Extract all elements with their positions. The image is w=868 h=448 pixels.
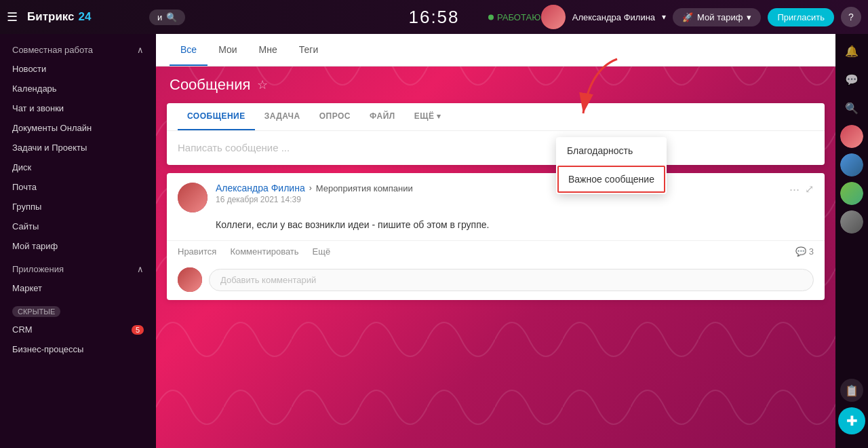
page-title-bar: Сообщения ☆ bbox=[156, 67, 835, 103]
post-more-icon[interactable]: ··· bbox=[789, 183, 800, 197]
composer-card: СООБЩЕНИЕ ЗАДАЧА ОПРОС ФАЙЛ ЕЩЁ ▾ bbox=[167, 103, 825, 165]
sidebar-item-market[interactable]: Маркет bbox=[0, 278, 156, 298]
tabs-bar: Все Мои Мне Теги bbox=[156, 34, 835, 67]
tarif-arrow: ▾ bbox=[747, 12, 751, 22]
sidebar-item-news[interactable]: Новости bbox=[0, 59, 156, 79]
post-group-name[interactable]: Мероприятия компании bbox=[316, 183, 413, 193]
sidebar-item-groups[interactable]: Группы bbox=[0, 197, 156, 217]
comment-placeholder: Добавить комментарий bbox=[220, 275, 316, 285]
right-bar-search[interactable]: 🔍 bbox=[840, 96, 863, 119]
sidebar-item-sites[interactable]: Сайты bbox=[0, 217, 156, 236]
comment-input[interactable]: Добавить комментарий bbox=[209, 269, 814, 291]
composer-placeholder: Написать сообщение ... bbox=[178, 142, 290, 153]
sidebar-label-groups: Группы bbox=[12, 202, 41, 212]
more-dropdown: Благодарность Важное сообщение bbox=[556, 137, 667, 194]
invite-label: Пригласить bbox=[777, 12, 825, 22]
composer-tabs: СООБЩЕНИЕ ЗАДАЧА ОПРОС ФАЙЛ ЕЩЁ ▾ bbox=[167, 103, 825, 131]
post-share-icon[interactable]: ⤢ bbox=[805, 183, 814, 197]
hamburger-icon[interactable]: ☰ bbox=[7, 10, 18, 24]
tab-tome[interactable]: Мне bbox=[248, 35, 288, 66]
search-icon[interactable]: 🔍 bbox=[166, 12, 177, 22]
sidebar-label-news: Новости bbox=[12, 64, 46, 74]
user-name[interactable]: Александра Филина bbox=[572, 12, 655, 22]
post-author-name[interactable]: Александра Филина bbox=[216, 183, 305, 193]
sidebar-item-disk[interactable]: Диск bbox=[0, 157, 156, 177]
sidebar-section-collab[interactable]: Совместная работа ∧ bbox=[0, 41, 156, 59]
tab-mine[interactable]: Мои bbox=[208, 35, 248, 66]
sidebar-item-docs[interactable]: Документы Онлайн bbox=[0, 118, 156, 138]
dropdown-item-thanks[interactable]: Благодарность bbox=[556, 137, 667, 164]
right-bar-avatar-3[interactable] bbox=[840, 182, 863, 205]
sidebar-item-mytarif[interactable]: Мой тариф bbox=[0, 236, 156, 256]
post-header: Александра Филина › Мероприятия компании… bbox=[167, 173, 825, 218]
header-search[interactable]: и 🔍 bbox=[149, 10, 185, 25]
more-label: Ещё bbox=[313, 246, 331, 257]
invite-button[interactable]: Пригласить bbox=[768, 8, 834, 26]
tab-all[interactable]: Все bbox=[170, 35, 208, 66]
post-comments-count: 💬 3 bbox=[795, 246, 814, 257]
sidebar-item-mail[interactable]: Почта bbox=[0, 177, 156, 197]
sidebar-label-chat: Чат и звонки bbox=[12, 103, 64, 113]
post-date: 16 декабря 2021 14:39 bbox=[216, 195, 781, 204]
more-chevron-icon: ▾ bbox=[437, 112, 441, 121]
favorite-star[interactable]: ☆ bbox=[257, 77, 268, 92]
sidebar-item-calendar[interactable]: Календарь bbox=[0, 79, 156, 98]
crm-badge: 5 bbox=[132, 325, 144, 335]
commenter-avatar bbox=[178, 267, 202, 292]
right-bar-bottom: 📋 ✚ bbox=[838, 379, 865, 443]
sidebar-label-biz: Бизнес-процессы bbox=[12, 344, 83, 354]
post-body: Коллеги, если у вас возникли идеи - пиши… bbox=[167, 218, 825, 240]
right-bar-avatar-2[interactable] bbox=[840, 153, 863, 176]
sidebar-hidden-section: СКРЫТЫЕ bbox=[0, 303, 156, 320]
sidebar-section-arrow: ∧ bbox=[137, 45, 144, 55]
composer-tab-file[interactable]: ФАЙЛ bbox=[360, 103, 405, 130]
right-bar-avatar-1[interactable] bbox=[840, 125, 863, 148]
tab-tags-label: Теги bbox=[299, 44, 318, 55]
sidebar-label-docs: Документы Онлайн bbox=[12, 123, 92, 133]
tarif-label: Мой тариф bbox=[697, 12, 743, 22]
post-action-comment[interactable]: Комментировать bbox=[230, 246, 298, 257]
right-bar-notifications[interactable]: 🔔 bbox=[840, 39, 863, 62]
sidebar-label-sites: Сайты bbox=[12, 221, 39, 231]
sidebar-apps-label: Приложения bbox=[12, 264, 64, 274]
user-avatar[interactable] bbox=[541, 5, 566, 29]
right-bar-edit[interactable]: 📋 bbox=[840, 379, 863, 402]
sidebar-label-tasks: Задачи и Проекты bbox=[12, 143, 87, 153]
sidebar-label-mytarif: Мой тариф bbox=[12, 241, 58, 251]
tarif-button[interactable]: 🚀 Мой тариф ▾ bbox=[673, 8, 761, 26]
post-action-more[interactable]: Ещё bbox=[313, 246, 331, 257]
sidebar: Совместная работа ∧ Новости Календарь Ча… bbox=[0, 34, 156, 448]
sidebar-label-market: Маркет bbox=[12, 283, 42, 293]
sidebar-section-apps[interactable]: Приложения ∧ bbox=[0, 260, 156, 278]
composer-tab-more[interactable]: ЕЩЁ ▾ bbox=[405, 103, 451, 130]
help-button[interactable]: ? bbox=[841, 7, 861, 27]
tab-tags[interactable]: Теги bbox=[288, 35, 329, 66]
user-dropdown-arrow[interactable]: ▾ bbox=[662, 12, 666, 22]
dropdown-important-label: Важное сообщение bbox=[568, 174, 654, 185]
main-content: Все Мои Мне Теги Сообщения ☆ СООБЩЕНИЕ bbox=[156, 34, 835, 448]
composer-tab-task-label: ЗАДАЧА bbox=[264, 111, 300, 121]
composer-tab-more-label: ЕЩЁ bbox=[414, 111, 435, 121]
composer-tab-task[interactable]: ЗАДАЧА bbox=[255, 103, 310, 130]
sidebar-item-biz[interactable]: Бизнес-процессы bbox=[0, 339, 156, 359]
rocket-icon: 🚀 bbox=[682, 12, 693, 22]
right-bar-chat[interactable]: 💬 bbox=[840, 68, 863, 91]
work-status[interactable]: РАБОТАЮ bbox=[488, 12, 540, 22]
dropdown-item-important[interactable]: Важное сообщение bbox=[557, 166, 665, 193]
sidebar-item-tasks[interactable]: Задачи и Проекты bbox=[0, 138, 156, 157]
dropdown-thanks-label: Благодарность bbox=[567, 145, 633, 156]
sidebar-label-mail: Почта bbox=[12, 182, 37, 192]
composer-input[interactable]: Написать сообщение ... bbox=[167, 131, 825, 165]
post-footer: Нравится Комментировать Ещё 💬 3 bbox=[167, 240, 825, 262]
composer-tab-message[interactable]: СООБЩЕНИЕ bbox=[178, 103, 255, 130]
status-dot bbox=[488, 14, 494, 20]
right-bar-action-btn[interactable]: ✚ bbox=[838, 407, 865, 434]
comment-label: Комментировать bbox=[230, 246, 298, 257]
composer-tab-poll[interactable]: ОПРОС bbox=[310, 103, 360, 130]
sidebar-item-chat[interactable]: Чат и звонки bbox=[0, 98, 156, 118]
sidebar-apps-arrow: ∧ bbox=[137, 264, 144, 274]
right-bar-avatar-4[interactable] bbox=[840, 210, 863, 234]
sidebar-item-crm[interactable]: CRM 5 bbox=[0, 320, 156, 339]
main-layout: Совместная работа ∧ Новости Календарь Ча… bbox=[0, 34, 868, 448]
post-action-like[interactable]: Нравится bbox=[178, 246, 216, 257]
